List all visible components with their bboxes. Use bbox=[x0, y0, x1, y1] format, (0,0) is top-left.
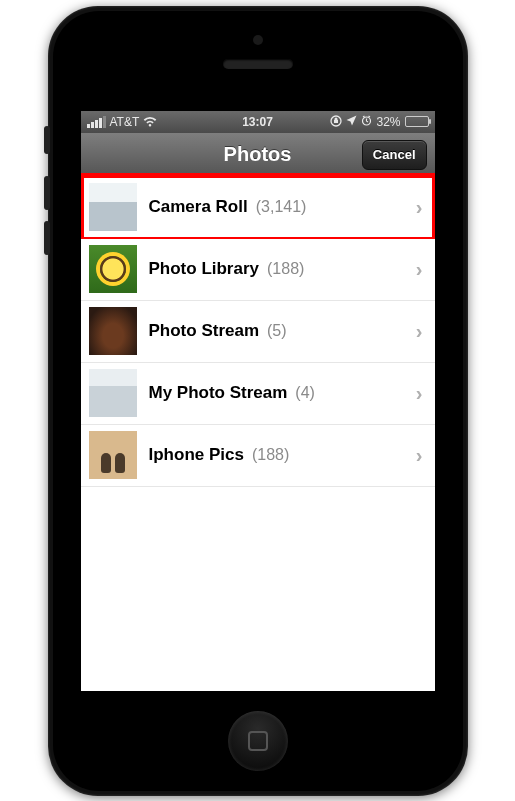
phone-body: AT&T 13:07 32% bbox=[53, 11, 463, 791]
album-thumbnail bbox=[89, 307, 137, 355]
signal-icon bbox=[87, 116, 106, 128]
cancel-button[interactable]: Cancel bbox=[362, 140, 427, 170]
battery-icon bbox=[405, 116, 429, 127]
album-list: Camera Roll (3,141) › Photo Library (188… bbox=[81, 177, 435, 487]
status-right: 32% bbox=[330, 115, 428, 129]
nav-bar: Photos Cancel bbox=[81, 133, 435, 177]
chevron-right-icon: › bbox=[416, 258, 423, 281]
page-title: Photos bbox=[224, 143, 292, 166]
volume-up-button[interactable] bbox=[44, 176, 50, 210]
album-row-my-photo-stream[interactable]: My Photo Stream (4) › bbox=[81, 363, 435, 425]
home-button-icon bbox=[248, 731, 268, 751]
album-name: Photo Library bbox=[149, 259, 260, 279]
album-text: Camera Roll (3,141) bbox=[149, 197, 416, 217]
volume-down-button[interactable] bbox=[44, 221, 50, 255]
status-left: AT&T bbox=[87, 115, 158, 129]
cancel-button-label: Cancel bbox=[373, 147, 416, 162]
album-count: (3,141) bbox=[256, 198, 307, 216]
album-thumbnail bbox=[89, 183, 137, 231]
earpiece bbox=[223, 59, 293, 69]
album-count: (4) bbox=[295, 384, 315, 402]
mute-switch[interactable] bbox=[44, 126, 50, 154]
album-thumbnail bbox=[89, 245, 137, 293]
album-row-photo-library[interactable]: Photo Library (188) › bbox=[81, 239, 435, 301]
clock: 13:07 bbox=[242, 115, 273, 129]
location-icon bbox=[346, 115, 357, 128]
screen: AT&T 13:07 32% bbox=[81, 111, 435, 691]
chevron-right-icon: › bbox=[416, 382, 423, 405]
album-count: (5) bbox=[267, 322, 287, 340]
chevron-right-icon: › bbox=[416, 444, 423, 467]
album-row-camera-roll[interactable]: Camera Roll (3,141) › bbox=[81, 177, 435, 239]
album-thumbnail bbox=[89, 431, 137, 479]
album-name: Camera Roll bbox=[149, 197, 248, 217]
alarm-icon bbox=[361, 115, 372, 128]
album-name: Iphone Pics bbox=[149, 445, 244, 465]
album-text: Iphone Pics (188) bbox=[149, 445, 416, 465]
album-count: (188) bbox=[267, 260, 304, 278]
album-text: Photo Library (188) bbox=[149, 259, 416, 279]
album-name: My Photo Stream bbox=[149, 383, 288, 403]
home-button[interactable] bbox=[228, 711, 288, 771]
carrier-label: AT&T bbox=[110, 115, 140, 129]
battery-percent: 32% bbox=[376, 115, 400, 129]
wifi-icon bbox=[143, 116, 157, 127]
album-text: My Photo Stream (4) bbox=[149, 383, 416, 403]
front-camera bbox=[253, 35, 263, 45]
orientation-lock-icon bbox=[330, 115, 342, 129]
album-thumbnail bbox=[89, 369, 137, 417]
phone-frame: AT&T 13:07 32% bbox=[48, 6, 468, 796]
album-count: (188) bbox=[252, 446, 289, 464]
album-row-iphone-pics[interactable]: Iphone Pics (188) › bbox=[81, 425, 435, 487]
album-name: Photo Stream bbox=[149, 321, 260, 341]
chevron-right-icon: › bbox=[416, 320, 423, 343]
status-bar: AT&T 13:07 32% bbox=[81, 111, 435, 133]
chevron-right-icon: › bbox=[416, 196, 423, 219]
album-row-photo-stream[interactable]: Photo Stream (5) › bbox=[81, 301, 435, 363]
album-text: Photo Stream (5) bbox=[149, 321, 416, 341]
